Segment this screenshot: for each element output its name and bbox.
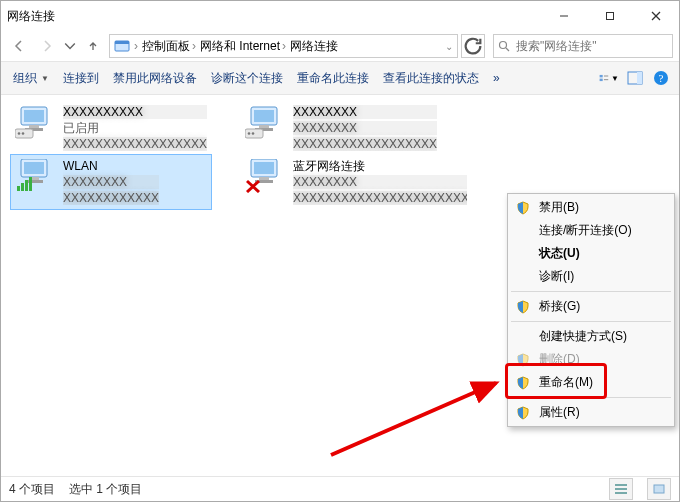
status-bar: 4 个项目 选中 1 个项目 (1, 476, 679, 501)
toolbar-more[interactable]: » (489, 68, 504, 88)
status-selected-count: 选中 1 个项目 (69, 481, 142, 498)
chevron-right-icon: › (134, 39, 138, 53)
toolbar-view-status[interactable]: 查看此连接的状态 (379, 67, 483, 90)
svg-rect-1 (607, 13, 614, 20)
menu-item-rename[interactable]: 重命名(M) (509, 371, 673, 394)
content-area[interactable]: XXXXXXXXXX 已启用 XXXXXXXXXXXXXXXXXX XXXXXX… (1, 95, 679, 476)
item-detail: XXXXXXXXXXXXXXXXXXXXXXXXXX (293, 191, 467, 205)
svg-rect-10 (604, 76, 608, 77)
arrow-up-icon (87, 40, 99, 52)
view-large-icons-button[interactable] (647, 478, 671, 500)
network-adapter-icon (245, 159, 287, 193)
svg-text:?: ? (659, 72, 664, 84)
menu-item-status[interactable]: 状态(U) (509, 242, 673, 265)
shield-icon (516, 300, 530, 314)
minimize-icon (559, 11, 569, 21)
svg-rect-47 (615, 492, 627, 494)
minimize-button[interactable] (541, 1, 587, 31)
breadcrumb-item[interactable]: 网络连接 (290, 38, 338, 55)
refresh-icon (462, 35, 484, 57)
svg-point-29 (252, 132, 255, 135)
item-name: 蓝牙网络连接 (293, 159, 467, 173)
svg-point-6 (500, 42, 507, 49)
menu-item-properties[interactable]: 属性(R) (509, 401, 673, 424)
svg-rect-35 (21, 183, 24, 191)
nav-forward-button[interactable] (35, 34, 59, 58)
shield-icon (516, 406, 530, 420)
view-icon (599, 71, 610, 85)
item-detail: XXXXXXXXXXXXXXXXXX (293, 137, 437, 151)
svg-rect-48 (654, 485, 664, 493)
svg-line-44 (331, 383, 496, 455)
preview-pane-icon (627, 71, 643, 85)
svg-rect-8 (600, 75, 603, 77)
network-adapter-icon (15, 159, 57, 193)
svg-rect-46 (615, 488, 627, 490)
toolbar-view-button[interactable]: ▼ (599, 68, 619, 88)
breadcrumb-item[interactable]: 控制面板 › (142, 38, 196, 55)
svg-rect-17 (24, 110, 44, 122)
red-x-icon (247, 181, 259, 192)
help-icon: ? (653, 70, 669, 86)
menu-item-create-shortcut[interactable]: 创建快捷方式(S) (509, 325, 673, 348)
svg-rect-9 (600, 79, 603, 81)
chevron-down-icon (64, 40, 76, 52)
address-bar[interactable]: › 控制面板 › 网络和 Internet › 网络连接 ⌄ (109, 34, 458, 58)
svg-rect-11 (604, 79, 608, 80)
menu-item-disable[interactable]: 禁用(B) (509, 196, 673, 219)
svg-rect-36 (25, 180, 28, 191)
arrow-left-icon (13, 40, 25, 52)
network-item-bluetooth[interactable]: 蓝牙网络连接 XXXXXXXX XXXXXXXXXXXXXXXXXXXXXXXX… (241, 155, 471, 209)
item-name: XXXXXXXXXX (63, 105, 207, 119)
shield-icon (516, 376, 530, 390)
search-box[interactable] (493, 34, 673, 58)
arrow-right-icon (41, 40, 53, 52)
network-adapter-icon (245, 105, 287, 139)
maximize-button[interactable] (587, 1, 633, 31)
menu-item-connect-disconnect[interactable]: 连接/断开连接(O) (509, 219, 673, 242)
chevron-down-icon[interactable]: ⌄ (445, 41, 453, 52)
breadcrumb-item[interactable]: 网络和 Internet › (200, 38, 286, 55)
window-title: 网络连接 (7, 8, 55, 25)
maximize-icon (605, 11, 615, 21)
svg-rect-25 (259, 125, 269, 128)
item-detail: XXXXXXXXXXXXXXXXXX (63, 137, 207, 151)
toolbar-diagnose[interactable]: 诊断这个连接 (207, 67, 287, 90)
network-adapter-icon (15, 105, 57, 139)
toolbar-organize[interactable]: 组织▼ (9, 67, 53, 90)
large-icons-view-icon (653, 484, 665, 494)
svg-rect-39 (254, 162, 274, 174)
nav-recent-button[interactable] (63, 34, 77, 58)
command-bar: 组织▼ 连接到 禁用此网络设备 诊断这个连接 重命名此连接 查看此连接的状态 »… (1, 61, 679, 95)
refresh-button[interactable] (461, 34, 485, 58)
item-name: XXXXXXXX (293, 105, 437, 119)
nav-up-button[interactable] (81, 34, 105, 58)
svg-point-21 (18, 132, 21, 135)
details-view-icon (615, 484, 627, 494)
svg-point-22 (22, 132, 25, 135)
item-status: 已启用 (63, 121, 207, 135)
toolbar-rename[interactable]: 重命名此连接 (293, 67, 373, 90)
svg-rect-45 (615, 484, 627, 486)
svg-rect-34 (17, 186, 20, 191)
search-input[interactable] (514, 38, 668, 54)
svg-point-28 (248, 132, 251, 135)
toolbar-help-button[interactable]: ? (651, 68, 671, 88)
item-status: XXXXXXXX (63, 175, 159, 189)
item-status: XXXXXXXX (293, 175, 467, 189)
network-item[interactable]: XXXXXXXX XXXXXXXX XXXXXXXXXXXXXXXXXX (241, 101, 441, 155)
menu-item-diagnose[interactable]: 诊断(I) (509, 265, 673, 288)
close-button[interactable] (633, 1, 679, 31)
menu-item-bridge[interactable]: 桥接(G) (509, 295, 673, 318)
svg-line-7 (506, 48, 509, 51)
view-details-button[interactable] (609, 478, 633, 500)
toolbar-connect-to[interactable]: 连接到 (59, 67, 103, 90)
toolbar-disable-device[interactable]: 禁用此网络设备 (109, 67, 201, 90)
network-item-wlan[interactable]: WLAN XXXXXXXX XXXXXXXXXXXX (11, 155, 211, 209)
search-icon (498, 40, 510, 52)
svg-rect-18 (29, 125, 39, 128)
nav-back-button[interactable] (7, 34, 31, 58)
network-item[interactable]: XXXXXXXXXX 已启用 XXXXXXXXXXXXXXXXXX (11, 101, 211, 155)
toolbar-preview-button[interactable] (625, 68, 645, 88)
svg-rect-13 (637, 72, 642, 84)
